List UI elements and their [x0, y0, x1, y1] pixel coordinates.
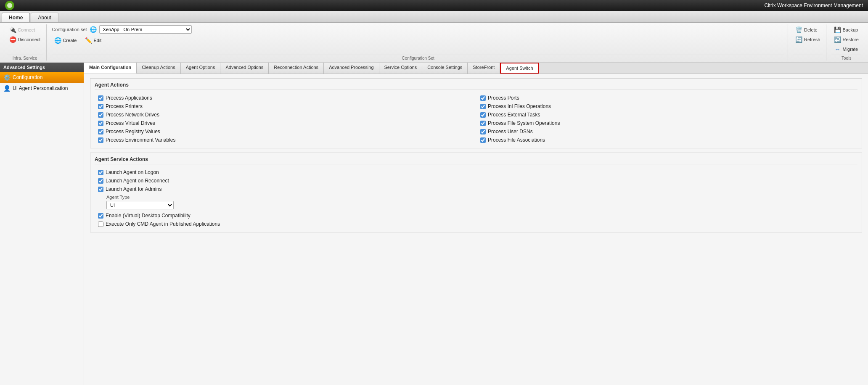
- config-set-group: Configuration set 🌐 XenApp - On-Prem 🌐 C…: [48, 24, 788, 61]
- checkbox-process-virtual-drives-input[interactable]: [98, 121, 103, 126]
- tab-home[interactable]: Home: [2, 13, 30, 22]
- agent-actions-grid: Process Applications Process Ports Proce…: [95, 93, 857, 145]
- checkbox-process-network-drives: Process Network Drives: [98, 112, 472, 118]
- title-bar: Citrix Workspace Environment Management: [0, 0, 868, 11]
- refresh-icon: 🔄: [796, 36, 802, 43]
- disconnect-icon: ⛔: [9, 36, 16, 43]
- checkbox-process-printers: Process Printers: [98, 103, 472, 109]
- checkbox-process-file-assoc-input[interactable]: [480, 137, 486, 143]
- sub-tab-service-options[interactable]: Service Options: [379, 63, 423, 74]
- content-panel: Agent Actions Process Applications Proce…: [84, 74, 868, 385]
- restore-icon: ↩️: [834, 36, 841, 43]
- checkbox-process-ini-files: Process Ini Files Operations: [480, 103, 854, 109]
- config-icon: ⚙️: [3, 74, 10, 81]
- checkbox-launch-on-reconnect-input[interactable]: [98, 178, 103, 184]
- create-button[interactable]: 🌐 Create: [52, 36, 79, 45]
- agent-type-row: Agent Type UI CMD: [98, 195, 854, 209]
- content-area: Main Configuration Cleanup Actions Agent…: [84, 63, 868, 385]
- sub-tab-cleanup-actions[interactable]: Cleanup Actions: [137, 63, 181, 74]
- checkbox-launch-on-reconnect: Launch Agent on Reconnect: [98, 178, 854, 184]
- checkbox-process-registry-values-input[interactable]: [98, 129, 103, 134]
- migrate-button[interactable]: ↔️ Migrate: [831, 45, 861, 54]
- infra-service-label: Infra. Service: [7, 55, 43, 61]
- sub-tab-agent-switch[interactable]: Agent Switch: [500, 63, 539, 74]
- delete-refresh-spacer: [793, 55, 823, 61]
- edit-button[interactable]: ✏️ Edit: [82, 36, 104, 45]
- checkbox-process-apps-input[interactable]: [98, 95, 103, 101]
- sub-tab-advanced-options[interactable]: Advanced Options: [220, 63, 269, 74]
- agent-service-actions-title: Agent Service Actions: [95, 156, 857, 164]
- checkbox-process-ini-files-input[interactable]: [480, 104, 486, 109]
- checkbox-enable-virtual-desktop-input[interactable]: [98, 213, 103, 219]
- agent-actions-title: Agent Actions: [95, 82, 857, 90]
- agent-actions-section: Agent Actions Process Applications Proce…: [90, 78, 862, 148]
- checkbox-launch-on-logon-input[interactable]: [98, 170, 103, 175]
- agent-service-actions-section: Agent Service Actions Launch Agent on Lo…: [90, 153, 862, 232]
- backup-icon: 💾: [834, 26, 841, 33]
- main-layout: Advanced Settings ⚙️ Configuration 👤 UI …: [0, 63, 868, 385]
- config-globe-icon: 🌐: [90, 26, 97, 33]
- sub-tab-agent-options[interactable]: Agent Options: [181, 63, 221, 74]
- person-icon: 👤: [3, 85, 10, 92]
- checkbox-process-file-system: Process File System Operations: [480, 120, 854, 126]
- delete-button[interactable]: 🗑️ Delete: [793, 25, 823, 34]
- checkbox-process-printers-input[interactable]: [98, 104, 103, 109]
- checkbox-process-file-system-input[interactable]: [480, 121, 486, 126]
- checkbox-process-user-dsns-input[interactable]: [480, 129, 486, 134]
- checkbox-launch-on-logon: Launch Agent on Logon: [98, 169, 854, 175]
- config-set-row: Configuration set 🌐 XenApp - On-Prem: [52, 25, 784, 34]
- tab-about[interactable]: About: [31, 13, 58, 22]
- checkbox-process-env-vars: Process Environment Variables: [98, 137, 472, 143]
- toolbar: 🔌 Connect ⛔ Disconnect Infra. Service Co…: [0, 23, 868, 63]
- infra-service-group: 🔌 Connect ⛔ Disconnect Infra. Service: [3, 24, 47, 61]
- migrate-icon: ↔️: [834, 46, 841, 53]
- checkbox-process-user-dsns: Process User DSNs: [480, 129, 854, 134]
- sub-tab-reconnection-actions[interactable]: Reconnection Actions: [269, 63, 324, 74]
- connect-button[interactable]: 🔌 Connect: [7, 25, 43, 34]
- checkbox-process-registry-values: Process Registry Values: [98, 129, 472, 134]
- app-logo: [5, 1, 14, 10]
- config-set-select[interactable]: XenApp - On-Prem: [99, 25, 192, 34]
- restore-button[interactable]: ↩️ Restore: [831, 35, 861, 44]
- checkbox-process-env-vars-input[interactable]: [98, 137, 103, 143]
- checkbox-launch-for-admins: Launch Agent for Admins: [98, 186, 854, 192]
- checkbox-process-apps: Process Applications: [98, 95, 472, 101]
- sub-tabs: Main Configuration Cleanup Actions Agent…: [84, 63, 868, 74]
- config-set-label: Configuration Set: [52, 55, 784, 61]
- checkbox-process-virtual-drives: Process Virtual Drives: [98, 120, 472, 126]
- nav-tabs: Home About: [0, 11, 868, 23]
- checkbox-process-ports-input[interactable]: [480, 95, 486, 101]
- disconnect-button[interactable]: ⛔ Disconnect: [7, 35, 43, 44]
- sub-tab-main-config[interactable]: Main Configuration: [84, 63, 137, 74]
- tools-group: 💾 Backup ↩️ Restore ↔️ Migrate Tools: [828, 24, 865, 61]
- tools-label: Tools: [831, 55, 861, 61]
- sub-tab-console-settings[interactable]: Console Settings: [422, 63, 468, 74]
- checkbox-process-network-drives-input[interactable]: [98, 112, 103, 118]
- sidebar-item-ui-agent[interactable]: 👤 UI Agent Personalization: [0, 83, 84, 94]
- sidebar-item-configuration[interactable]: ⚙️ Configuration: [0, 72, 84, 83]
- checkbox-execute-cmd-only: Execute Only CMD Agent in Published Appl…: [98, 221, 854, 227]
- checkbox-process-ports: Process Ports: [480, 95, 854, 101]
- agent-service-content: Launch Agent on Logon Launch Agent on Re…: [95, 168, 857, 229]
- checkbox-process-external-tasks-input[interactable]: [480, 112, 486, 118]
- checkbox-process-external-tasks: Process External Tasks: [480, 112, 854, 118]
- checkbox-execute-cmd-only-input[interactable]: [98, 222, 103, 227]
- config-set-field-label: Configuration set: [52, 27, 87, 32]
- agent-type-select[interactable]: UI CMD: [106, 201, 174, 209]
- backup-button[interactable]: 💾 Backup: [831, 25, 861, 34]
- delete-refresh-group: 🗑️ Delete 🔄 Refresh: [790, 24, 827, 61]
- checkbox-process-file-assoc: Process File Associations: [480, 137, 854, 143]
- checkbox-launch-for-admins-input[interactable]: [98, 187, 103, 192]
- checkbox-enable-virtual-desktop: Enable (Virtual) Desktop Compatibility: [98, 213, 854, 219]
- app-title: Citrix Workspace Environment Management: [764, 3, 863, 8]
- sub-tab-storefront[interactable]: StoreFront: [468, 63, 500, 74]
- delete-icon: 🗑️: [796, 26, 802, 33]
- connect-icon: 🔌: [9, 26, 16, 33]
- create-icon: 🌐: [54, 37, 61, 44]
- sub-tab-advanced-processing[interactable]: Advanced Processing: [324, 63, 379, 74]
- edit-icon: ✏️: [85, 37, 92, 44]
- agent-type-label: Agent Type: [106, 195, 854, 200]
- sidebar: Advanced Settings ⚙️ Configuration 👤 UI …: [0, 63, 84, 385]
- sidebar-header: Advanced Settings: [0, 63, 84, 72]
- refresh-button[interactable]: 🔄 Refresh: [793, 35, 823, 44]
